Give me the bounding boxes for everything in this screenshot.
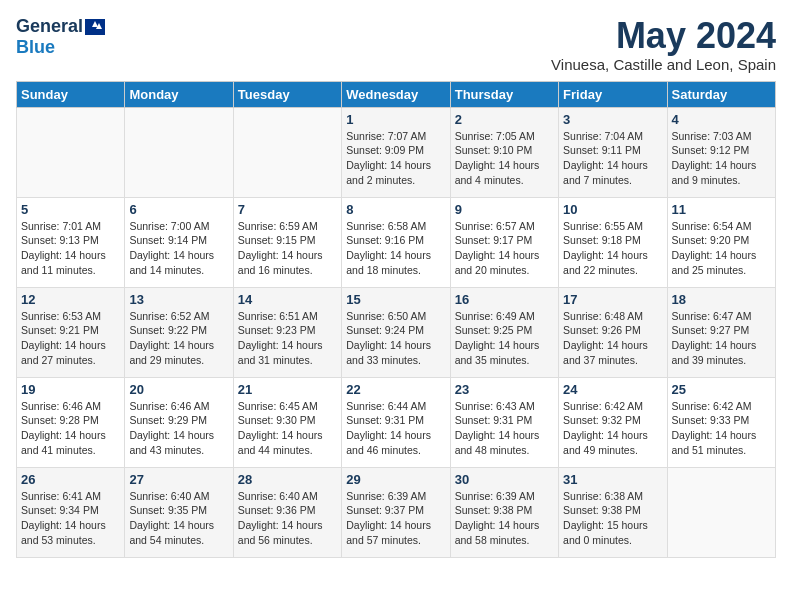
logo-general: General bbox=[16, 16, 83, 37]
day-number: 14 bbox=[238, 292, 337, 307]
day-info: Sunrise: 6:46 AMSunset: 9:28 PMDaylight:… bbox=[21, 399, 120, 458]
day-number: 10 bbox=[563, 202, 662, 217]
calendar-cell: 26Sunrise: 6:41 AMSunset: 9:34 PMDayligh… bbox=[17, 467, 125, 557]
day-number: 23 bbox=[455, 382, 554, 397]
day-info: Sunrise: 7:03 AMSunset: 9:12 PMDaylight:… bbox=[672, 129, 771, 188]
logo: General Blue bbox=[16, 16, 105, 58]
calendar-cell: 27Sunrise: 6:40 AMSunset: 9:35 PMDayligh… bbox=[125, 467, 233, 557]
day-number: 3 bbox=[563, 112, 662, 127]
calendar-cell: 21Sunrise: 6:45 AMSunset: 9:30 PMDayligh… bbox=[233, 377, 341, 467]
calendar-cell: 13Sunrise: 6:52 AMSunset: 9:22 PMDayligh… bbox=[125, 287, 233, 377]
calendar-cell: 22Sunrise: 6:44 AMSunset: 9:31 PMDayligh… bbox=[342, 377, 450, 467]
day-info: Sunrise: 6:54 AMSunset: 9:20 PMDaylight:… bbox=[672, 219, 771, 278]
day-number: 18 bbox=[672, 292, 771, 307]
title-area: May 2024 Vinuesa, Castille and Leon, Spa… bbox=[551, 16, 776, 73]
day-info: Sunrise: 7:07 AMSunset: 9:09 PMDaylight:… bbox=[346, 129, 445, 188]
day-of-week-header: Sunday bbox=[17, 81, 125, 107]
calendar-cell: 14Sunrise: 6:51 AMSunset: 9:23 PMDayligh… bbox=[233, 287, 341, 377]
day-info: Sunrise: 6:40 AMSunset: 9:35 PMDaylight:… bbox=[129, 489, 228, 548]
day-number: 26 bbox=[21, 472, 120, 487]
day-of-week-header: Wednesday bbox=[342, 81, 450, 107]
calendar-cell: 29Sunrise: 6:39 AMSunset: 9:37 PMDayligh… bbox=[342, 467, 450, 557]
calendar-cell bbox=[233, 107, 341, 197]
calendar-cell bbox=[17, 107, 125, 197]
day-number: 19 bbox=[21, 382, 120, 397]
calendar-cell: 1Sunrise: 7:07 AMSunset: 9:09 PMDaylight… bbox=[342, 107, 450, 197]
calendar-cell: 11Sunrise: 6:54 AMSunset: 9:20 PMDayligh… bbox=[667, 197, 775, 287]
day-info: Sunrise: 6:41 AMSunset: 9:34 PMDaylight:… bbox=[21, 489, 120, 548]
calendar-header-row: SundayMondayTuesdayWednesdayThursdayFrid… bbox=[17, 81, 776, 107]
calendar-cell: 24Sunrise: 6:42 AMSunset: 9:32 PMDayligh… bbox=[559, 377, 667, 467]
header: General Blue May 2024 Vinuesa, Castille … bbox=[16, 16, 776, 73]
day-info: Sunrise: 6:49 AMSunset: 9:25 PMDaylight:… bbox=[455, 309, 554, 368]
day-of-week-header: Monday bbox=[125, 81, 233, 107]
day-number: 6 bbox=[129, 202, 228, 217]
calendar-cell: 7Sunrise: 6:59 AMSunset: 9:15 PMDaylight… bbox=[233, 197, 341, 287]
day-info: Sunrise: 6:39 AMSunset: 9:38 PMDaylight:… bbox=[455, 489, 554, 548]
day-number: 1 bbox=[346, 112, 445, 127]
day-of-week-header: Saturday bbox=[667, 81, 775, 107]
day-number: 25 bbox=[672, 382, 771, 397]
day-of-week-header: Friday bbox=[559, 81, 667, 107]
calendar-cell: 4Sunrise: 7:03 AMSunset: 9:12 PMDaylight… bbox=[667, 107, 775, 197]
logo-flag-icon bbox=[85, 19, 105, 35]
calendar-week-row: 12Sunrise: 6:53 AMSunset: 9:21 PMDayligh… bbox=[17, 287, 776, 377]
day-number: 27 bbox=[129, 472, 228, 487]
calendar-cell: 12Sunrise: 6:53 AMSunset: 9:21 PMDayligh… bbox=[17, 287, 125, 377]
day-info: Sunrise: 6:51 AMSunset: 9:23 PMDaylight:… bbox=[238, 309, 337, 368]
calendar-week-row: 1Sunrise: 7:07 AMSunset: 9:09 PMDaylight… bbox=[17, 107, 776, 197]
day-number: 20 bbox=[129, 382, 228, 397]
calendar-table: SundayMondayTuesdayWednesdayThursdayFrid… bbox=[16, 81, 776, 558]
day-info: Sunrise: 6:48 AMSunset: 9:26 PMDaylight:… bbox=[563, 309, 662, 368]
day-number: 31 bbox=[563, 472, 662, 487]
day-info: Sunrise: 6:40 AMSunset: 9:36 PMDaylight:… bbox=[238, 489, 337, 548]
day-number: 12 bbox=[21, 292, 120, 307]
calendar-cell: 5Sunrise: 7:01 AMSunset: 9:13 PMDaylight… bbox=[17, 197, 125, 287]
calendar-cell: 31Sunrise: 6:38 AMSunset: 9:38 PMDayligh… bbox=[559, 467, 667, 557]
calendar-week-row: 5Sunrise: 7:01 AMSunset: 9:13 PMDaylight… bbox=[17, 197, 776, 287]
day-number: 7 bbox=[238, 202, 337, 217]
calendar-cell: 19Sunrise: 6:46 AMSunset: 9:28 PMDayligh… bbox=[17, 377, 125, 467]
day-number: 17 bbox=[563, 292, 662, 307]
calendar-cell: 16Sunrise: 6:49 AMSunset: 9:25 PMDayligh… bbox=[450, 287, 558, 377]
calendar-cell: 25Sunrise: 6:42 AMSunset: 9:33 PMDayligh… bbox=[667, 377, 775, 467]
day-number: 30 bbox=[455, 472, 554, 487]
day-info: Sunrise: 6:39 AMSunset: 9:37 PMDaylight:… bbox=[346, 489, 445, 548]
calendar-cell bbox=[667, 467, 775, 557]
day-number: 21 bbox=[238, 382, 337, 397]
day-info: Sunrise: 6:57 AMSunset: 9:17 PMDaylight:… bbox=[455, 219, 554, 278]
calendar-cell: 8Sunrise: 6:58 AMSunset: 9:16 PMDaylight… bbox=[342, 197, 450, 287]
calendar-week-row: 26Sunrise: 6:41 AMSunset: 9:34 PMDayligh… bbox=[17, 467, 776, 557]
calendar-cell: 2Sunrise: 7:05 AMSunset: 9:10 PMDaylight… bbox=[450, 107, 558, 197]
calendar-cell: 30Sunrise: 6:39 AMSunset: 9:38 PMDayligh… bbox=[450, 467, 558, 557]
subtitle: Vinuesa, Castille and Leon, Spain bbox=[551, 56, 776, 73]
day-number: 9 bbox=[455, 202, 554, 217]
day-info: Sunrise: 6:47 AMSunset: 9:27 PMDaylight:… bbox=[672, 309, 771, 368]
day-info: Sunrise: 6:42 AMSunset: 9:32 PMDaylight:… bbox=[563, 399, 662, 458]
day-info: Sunrise: 6:53 AMSunset: 9:21 PMDaylight:… bbox=[21, 309, 120, 368]
day-number: 13 bbox=[129, 292, 228, 307]
day-number: 4 bbox=[672, 112, 771, 127]
calendar-cell: 15Sunrise: 6:50 AMSunset: 9:24 PMDayligh… bbox=[342, 287, 450, 377]
day-number: 15 bbox=[346, 292, 445, 307]
calendar-cell: 17Sunrise: 6:48 AMSunset: 9:26 PMDayligh… bbox=[559, 287, 667, 377]
logo-blue: Blue bbox=[16, 37, 55, 58]
day-number: 16 bbox=[455, 292, 554, 307]
day-info: Sunrise: 7:04 AMSunset: 9:11 PMDaylight:… bbox=[563, 129, 662, 188]
day-info: Sunrise: 6:42 AMSunset: 9:33 PMDaylight:… bbox=[672, 399, 771, 458]
day-number: 11 bbox=[672, 202, 771, 217]
day-info: Sunrise: 6:58 AMSunset: 9:16 PMDaylight:… bbox=[346, 219, 445, 278]
day-of-week-header: Thursday bbox=[450, 81, 558, 107]
day-number: 22 bbox=[346, 382, 445, 397]
calendar-cell: 10Sunrise: 6:55 AMSunset: 9:18 PMDayligh… bbox=[559, 197, 667, 287]
day-info: Sunrise: 6:45 AMSunset: 9:30 PMDaylight:… bbox=[238, 399, 337, 458]
calendar-cell: 18Sunrise: 6:47 AMSunset: 9:27 PMDayligh… bbox=[667, 287, 775, 377]
day-info: Sunrise: 7:01 AMSunset: 9:13 PMDaylight:… bbox=[21, 219, 120, 278]
main-title: May 2024 bbox=[551, 16, 776, 56]
day-number: 8 bbox=[346, 202, 445, 217]
day-info: Sunrise: 6:52 AMSunset: 9:22 PMDaylight:… bbox=[129, 309, 228, 368]
day-info: Sunrise: 6:59 AMSunset: 9:15 PMDaylight:… bbox=[238, 219, 337, 278]
calendar-cell: 28Sunrise: 6:40 AMSunset: 9:36 PMDayligh… bbox=[233, 467, 341, 557]
calendar-week-row: 19Sunrise: 6:46 AMSunset: 9:28 PMDayligh… bbox=[17, 377, 776, 467]
day-of-week-header: Tuesday bbox=[233, 81, 341, 107]
